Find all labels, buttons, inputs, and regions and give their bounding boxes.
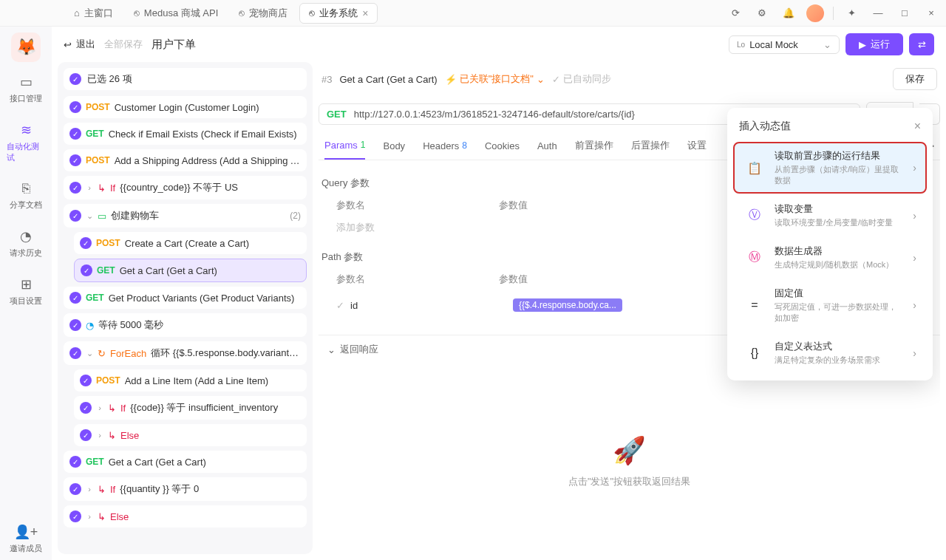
request-tab[interactable]: 前置操作 bbox=[575, 132, 613, 160]
back-label: 退出 bbox=[76, 38, 95, 51]
step-row[interactable]: ✓⌄↻ ForEach 循环 {{$.5.response.body.varia… bbox=[64, 341, 307, 365]
step-label: 创建购物车 bbox=[111, 209, 285, 222]
bell-icon[interactable]: 🔔 bbox=[780, 4, 797, 22]
http-method-badge: POST bbox=[86, 102, 110, 112]
popover-option[interactable]: {}自定义表达式满足特定复杂的业务场景需求› bbox=[733, 332, 927, 373]
response-toggle[interactable]: ⌄ 返回响应 bbox=[327, 343, 378, 356]
popover-option[interactable]: Ⓜ数据生成器生成特定规则/随机数据（Mock）› bbox=[733, 237, 927, 278]
option-text: 固定值写死固定值，可进一步数据处理，如加密 bbox=[775, 287, 904, 324]
option-icon: = bbox=[743, 294, 766, 316]
popover-option[interactable]: =固定值写死固定值，可进一步数据处理，如加密› bbox=[733, 279, 927, 331]
chevron-icon[interactable]: ⌄ bbox=[86, 349, 93, 358]
rail-invite[interactable]: 👤+ 邀请成员 bbox=[4, 518, 48, 560]
window-tab-pet[interactable]: ⎋ 宠物商店 bbox=[230, 4, 296, 23]
folder-icon: ▭ bbox=[98, 211, 106, 222]
chevron-icon[interactable]: › bbox=[86, 183, 93, 192]
condition-keyword: If bbox=[120, 403, 126, 414]
step-row[interactable]: ✓POSTAdd a Shipping Address (Add a Shipp… bbox=[64, 149, 307, 171]
branch-icon: ↳ bbox=[108, 403, 116, 414]
step-row[interactable]: ✓POSTAdd a Line Item (Add a Line Item) bbox=[74, 369, 307, 392]
step-row[interactable]: ✓GETCheck if Email Exists (Check if Emai… bbox=[64, 123, 307, 145]
share-icon: ⎘ bbox=[22, 181, 30, 197]
avatar[interactable] bbox=[806, 4, 824, 22]
step-row[interactable]: ✓GETGet a Cart (Get a Cart) bbox=[74, 259, 307, 282]
step-row[interactable]: ✓POSTCustomer Login (Customer Login) bbox=[64, 96, 307, 118]
request-tab[interactable]: Headers 8 bbox=[423, 133, 467, 159]
option-title: 读取前置步骤的运行结果 bbox=[775, 149, 904, 163]
detail-header: #3 Get a Cart (Get a Cart) ⚡ 已关联"接口文档" ⌄… bbox=[319, 62, 940, 96]
close-icon[interactable]: × bbox=[914, 120, 921, 133]
request-tab[interactable]: Params 1 bbox=[324, 132, 365, 160]
close-window-icon[interactable]: × bbox=[922, 4, 940, 22]
foreach-keyword: ForEach bbox=[110, 348, 146, 359]
chevron-right-icon: › bbox=[913, 347, 916, 359]
tab-label: Cookies bbox=[485, 140, 520, 151]
col-name: 参数名 bbox=[336, 273, 499, 286]
col-value: 参数值 bbox=[499, 199, 528, 212]
window-tab-main[interactable]: ⌂ 主窗口 bbox=[65, 4, 122, 23]
tab-label: 后置操作 bbox=[631, 139, 670, 152]
link-icon: ⎋ bbox=[134, 7, 140, 18]
window-tab-biz[interactable]: ⎋ 业务系统 × bbox=[299, 3, 378, 24]
rail-api[interactable]: ▭ 接口管理 bbox=[4, 68, 48, 110]
request-tab[interactable]: Cookies bbox=[485, 133, 520, 159]
chevron-icon[interactable]: › bbox=[86, 485, 93, 494]
close-icon[interactable]: × bbox=[362, 7, 368, 19]
selection-text: 已选 26 项 bbox=[87, 72, 132, 86]
step-row[interactable]: ✓›↳ If {{country_code}} 不等于 US bbox=[64, 176, 307, 199]
tab-badge: 8 bbox=[462, 140, 467, 151]
chevron-icon[interactable]: › bbox=[86, 512, 93, 521]
run-options-button[interactable]: ⇄ bbox=[909, 33, 934, 55]
minimize-icon[interactable]: — bbox=[869, 4, 887, 22]
step-row[interactable]: ✓›↳ Else bbox=[64, 505, 307, 527]
rail-label: 分享文档 bbox=[10, 199, 42, 211]
tab-label: 设置 bbox=[687, 139, 707, 152]
rail-settings[interactable]: ⊞ 项目设置 bbox=[4, 270, 48, 313]
step-row[interactable]: ✓GETGet Product Variants (Get Product Va… bbox=[64, 287, 307, 309]
request-tab[interactable]: 后置操作 bbox=[631, 132, 670, 160]
rail-autotest[interactable]: ≋ 自动化测试 bbox=[4, 116, 48, 169]
linked-doc-indicator[interactable]: ⚡ 已关联"接口文档" ⌄ bbox=[445, 72, 545, 86]
window-tabs: ⌂ 主窗口 ⎋ Medusa 商城 API ⎋ 宠物商店 ⎋ 业务系统 × bbox=[65, 3, 378, 24]
step-label: 等待 5000 毫秒 bbox=[98, 318, 301, 332]
tab-label: 主窗口 bbox=[84, 7, 113, 20]
dynamic-value-token[interactable]: {{$.4.response.body.ca... bbox=[513, 298, 622, 312]
refresh-icon[interactable]: ⟳ bbox=[726, 4, 744, 22]
step-row[interactable]: ✓›↳ If {{quantity }} 等于 0 bbox=[64, 477, 307, 501]
chevron-icon[interactable]: › bbox=[96, 403, 103, 412]
chevron-icon[interactable]: ⌄ bbox=[86, 211, 93, 221]
chevron-icon[interactable]: › bbox=[96, 431, 103, 440]
param-name: id bbox=[350, 300, 513, 311]
step-row[interactable]: ✓POSTCreate a Cart (Create a Cart) bbox=[74, 232, 307, 254]
step-row[interactable]: ✓GETGet a Cart (Get a Cart) bbox=[64, 451, 307, 473]
save-button[interactable]: 保存 bbox=[893, 68, 937, 90]
option-title: 固定值 bbox=[775, 287, 904, 300]
check-icon: ✓ bbox=[69, 101, 81, 113]
popover-option[interactable]: Ⓥ读取变量读取环境变量/全局变量/临时变量› bbox=[733, 195, 927, 236]
divider bbox=[833, 7, 834, 20]
popover-option[interactable]: 📋读取前置步骤的运行结果从前置步骤（如请求/响应）里提取数据› bbox=[733, 142, 927, 194]
rail-share[interactable]: ⎘ 分享文档 bbox=[4, 175, 48, 216]
step-row[interactable]: ✓›↳ Else bbox=[74, 424, 307, 446]
chevron-right-icon: › bbox=[913, 299, 916, 311]
back-button[interactable]: ↩ 退出 bbox=[64, 38, 95, 51]
step-row[interactable]: ✓⌄▭创建购物车 (2) bbox=[64, 204, 307, 228]
scenario-header: ↩ 退出 全部保存 用户下单 Lo Local Mock ⌄ ▶ 运行 ⇄ bbox=[52, 27, 946, 62]
step-row[interactable]: ✓›↳ If {{code}} 等于 insufficient_inventor… bbox=[74, 396, 307, 420]
request-tab[interactable]: 设置 bbox=[687, 132, 707, 160]
step-row[interactable]: ✓◔等待 5000 毫秒 bbox=[64, 313, 307, 337]
environment-select[interactable]: Lo Local Mock ⌄ bbox=[729, 35, 840, 54]
window-tab-medusa[interactable]: ⎋ Medusa 商城 API bbox=[125, 4, 227, 23]
maximize-icon[interactable]: □ bbox=[896, 4, 913, 22]
app-logo[interactable]: 🦊 bbox=[11, 33, 41, 62]
run-button[interactable]: ▶ 运行 bbox=[845, 33, 903, 55]
request-tab[interactable]: Auth bbox=[537, 133, 557, 159]
request-tab[interactable]: Body bbox=[383, 133, 405, 159]
pin-icon[interactable]: ✦ bbox=[843, 4, 860, 22]
rail-history[interactable]: ◔ 请求历史 bbox=[4, 222, 48, 264]
save-all-button[interactable]: 全部保存 bbox=[104, 38, 143, 51]
selection-summary[interactable]: ✓ 已选 26 项 bbox=[64, 68, 307, 90]
invite-icon: 👤+ bbox=[14, 524, 38, 540]
play-icon: ▶ bbox=[859, 39, 866, 50]
settings-icon[interactable]: ⚙ bbox=[753, 4, 771, 22]
